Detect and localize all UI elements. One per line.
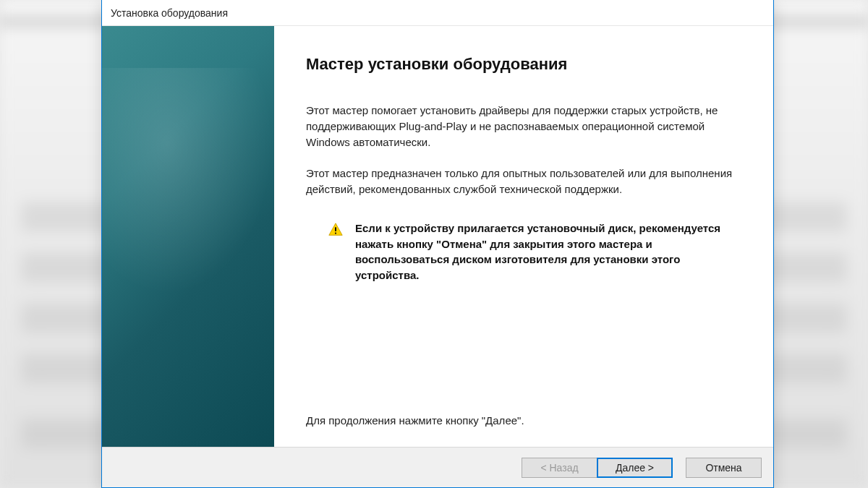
svg-rect-0 [335, 227, 336, 231]
wizard-side-graphic [102, 26, 274, 447]
cancel-button[interactable]: Отмена [686, 458, 762, 478]
wizard-paragraph-2: Этот мастер предназначен только для опыт… [306, 166, 741, 197]
window-title: Установка оборудования [111, 7, 228, 19]
wizard-warning-block: Если к устройству прилагается установочн… [306, 213, 741, 291]
wizard-warning-text: Если к устройству прилагается установочн… [355, 221, 741, 283]
svg-rect-1 [335, 232, 336, 234]
wizard-continue-hint: Для продолжения нажмите кнопку "Далее". [306, 414, 741, 432]
wizard-paragraph-1: Этот мастер помогает установить драйверы… [306, 103, 741, 150]
hardware-wizard-window: Установка оборудования Мастер установки … [101, 0, 774, 488]
wizard-button-bar: < Назад Далее > Отмена [102, 447, 773, 487]
wizard-content: Мастер установки оборудования Этот масте… [102, 26, 773, 447]
wizard-main-panel: Мастер установки оборудования Этот масте… [274, 26, 773, 447]
warning-icon [328, 222, 344, 238]
next-button[interactable]: Далее > [597, 458, 673, 478]
titlebar[interactable]: Установка оборудования [102, 0, 773, 26]
back-button: < Назад [522, 458, 597, 478]
wizard-heading: Мастер установки оборудования [306, 55, 741, 74]
